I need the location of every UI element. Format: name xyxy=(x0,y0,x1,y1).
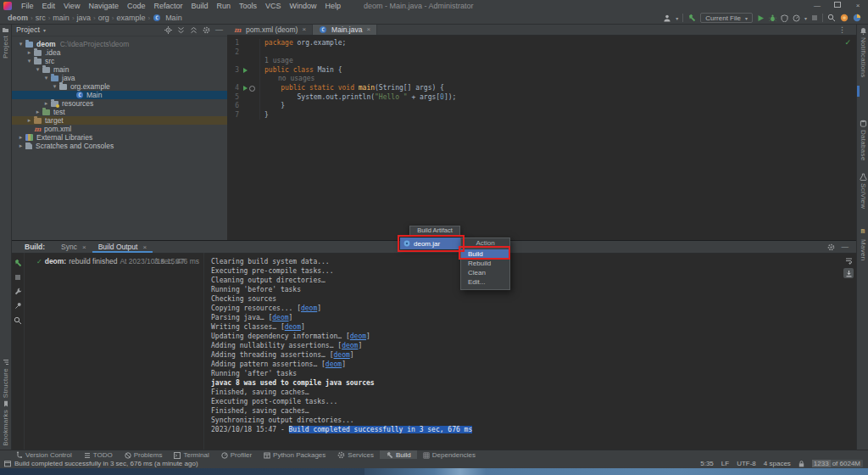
build-project-button[interactable] xyxy=(687,14,696,22)
tree-item-pom-xml[interactable]: pom.xml xyxy=(12,125,227,133)
tree-item-main[interactable]: ▾main xyxy=(12,65,227,74)
profiler-button[interactable] xyxy=(793,14,800,22)
tree-item-external-libraries[interactable]: ▸External Libraries xyxy=(12,133,227,142)
menu-build[interactable]: Build xyxy=(186,2,212,10)
breadcrumb-item-src[interactable]: src xyxy=(33,14,48,22)
stop-button[interactable] xyxy=(811,14,818,21)
chevron-down-icon[interactable]: ▾ xyxy=(25,57,33,65)
breadcrumb-item-example[interactable]: example xyxy=(114,14,147,22)
breadcrumb-item-deom[interactable]: deom xyxy=(5,14,31,22)
locate-file-icon[interactable] xyxy=(164,26,172,34)
close-tab-icon[interactable]: × xyxy=(302,25,306,33)
close-tab-icon[interactable]: × xyxy=(142,243,147,251)
menu-refactor[interactable]: Refactor xyxy=(149,2,186,10)
breadcrumb-item-main[interactable]: Main xyxy=(150,14,185,22)
chevron-down-icon[interactable]: ▾ xyxy=(43,27,46,33)
editor-options-icon[interactable]: ⋮ xyxy=(838,25,846,34)
minimize-button[interactable]: — xyxy=(807,0,827,12)
close-tab-icon[interactable]: × xyxy=(82,243,86,251)
menu-code[interactable]: Code xyxy=(123,2,150,10)
build-console[interactable]: Clearing build system data...Executing p… xyxy=(204,253,856,450)
action-menu-item-clean[interactable]: Clean xyxy=(461,268,509,277)
menu-run[interactable]: Run xyxy=(212,2,235,10)
gear-icon[interactable] xyxy=(203,26,210,34)
profile-avatar[interactable] xyxy=(853,14,861,22)
console-module-link[interactable]: deom xyxy=(285,323,301,331)
menu-tools[interactable]: Tools xyxy=(235,2,261,10)
close-button[interactable]: × xyxy=(848,0,868,12)
maximize-button[interactable] xyxy=(827,0,848,12)
chevron-right-icon[interactable]: ▸ xyxy=(34,108,42,116)
status-message[interactable]: Build completed successfully in 3 sec, 6… xyxy=(14,460,198,467)
user-icon[interactable] xyxy=(663,14,671,22)
editor-tab-pom-xml-deom[interactable]: pom.xml (deom)× xyxy=(227,24,313,35)
menu-navigate[interactable]: Navigate xyxy=(84,2,123,10)
tree-item-resources[interactable]: ▸resources xyxy=(12,99,227,108)
collapse-all-icon[interactable] xyxy=(190,26,198,34)
toolwindow-stripe-button-structure[interactable]: Structure xyxy=(2,359,9,398)
toolwindow-stripe-button-bookmarks[interactable]: Bookmarks xyxy=(2,400,9,446)
inspect-icon[interactable] xyxy=(14,316,22,325)
menu-view[interactable]: View xyxy=(59,2,84,10)
expand-all-icon[interactable] xyxy=(177,26,185,34)
console-module-link[interactable]: deom xyxy=(326,360,342,368)
soft-wrap-icon[interactable] xyxy=(843,255,854,265)
chevron-right-icon[interactable]: ▸ xyxy=(17,142,25,150)
inspections-ok-icon[interactable]: ✓ xyxy=(844,38,851,47)
tree-item-idea[interactable]: ▸.idea xyxy=(12,48,227,57)
action-menu-item-rebuild[interactable]: Rebuild xyxy=(461,259,509,268)
hide-panel-button[interactable]: — xyxy=(215,25,223,34)
console-module-link[interactable]: deom xyxy=(350,332,366,340)
tree-item-main[interactable]: Main xyxy=(12,91,227,99)
scroll-to-end-icon[interactable] xyxy=(843,268,854,278)
toolwindow-stripe-button-maven[interactable]: mMaven xyxy=(857,221,868,261)
chevron-right-icon[interactable]: ▸ xyxy=(42,99,50,108)
chevron-right-icon[interactable]: ▸ xyxy=(25,116,33,125)
breadcrumb-item-main[interactable]: main xyxy=(50,14,72,22)
build-tab-build-output[interactable]: Build Output× xyxy=(92,241,153,253)
console-module-link[interactable]: deom xyxy=(272,314,288,321)
stop-build-icon[interactable] xyxy=(14,274,21,281)
settings-wrench-icon[interactable] xyxy=(14,288,22,295)
memory-indicator[interactable]: 1233 of 6024M xyxy=(812,460,863,467)
chevron-right-icon[interactable]: ▸ xyxy=(25,48,33,57)
code-area[interactable]: 1package org.example;21 usage3public cla… xyxy=(227,36,856,120)
console-module-link[interactable]: deom xyxy=(342,342,358,349)
tree-item-org-example[interactable]: ▾org.example xyxy=(12,82,227,91)
tree-item-scratches-and-consoles[interactable]: ▸Scratches and Consoles xyxy=(12,142,227,150)
run-button[interactable] xyxy=(757,14,765,22)
hide-panel-button[interactable]: — xyxy=(842,243,849,251)
run-config-select[interactable]: Current File ▾ xyxy=(700,13,753,23)
tree-item-deom[interactable]: ▾deomC:\IdeaProjects\deom xyxy=(12,40,227,48)
toolwindow-stripe-button-sciview[interactable]: SciView xyxy=(857,173,868,209)
run-icon[interactable] xyxy=(243,68,248,73)
toolwindow-stripe-button-database[interactable]: Database xyxy=(857,120,868,161)
updates-indicator-icon[interactable] xyxy=(840,14,849,22)
line-separator[interactable]: LF xyxy=(721,460,729,467)
chevron-right-icon[interactable]: ▸ xyxy=(17,133,25,142)
action-menu-item-edit[interactable]: Edit... xyxy=(461,277,509,287)
console-module-link[interactable]: deom xyxy=(334,351,350,359)
tree-item-src[interactable]: ▾src xyxy=(12,57,227,65)
lock-icon[interactable] xyxy=(798,461,804,467)
run-icon[interactable] xyxy=(243,86,248,91)
chevron-down-icon[interactable]: ▾ xyxy=(34,65,42,74)
menu-vcs[interactable]: VCS xyxy=(261,2,286,10)
menu-file[interactable]: File xyxy=(17,2,38,10)
menu-edit[interactable]: Edit xyxy=(38,2,60,10)
pin-icon[interactable] xyxy=(14,302,22,310)
breadcrumb-item-org[interactable]: org xyxy=(96,14,112,22)
chevron-down-icon[interactable]: ▾ xyxy=(17,40,25,48)
project-panel-title[interactable]: Project xyxy=(16,25,40,34)
toolwindow-stripe-button-project[interactable]: Project xyxy=(2,26,9,59)
event-log-icon[interactable] xyxy=(4,461,11,467)
console-module-link[interactable]: deom xyxy=(301,305,317,312)
chevron-down-icon[interactable]: ▾ xyxy=(42,74,50,82)
coverage-button[interactable] xyxy=(781,14,788,22)
breadcrumb-item-java[interactable]: java xyxy=(75,14,94,22)
indent-setting[interactable]: 4 spaces xyxy=(764,460,791,467)
close-tab-icon[interactable]: × xyxy=(366,25,370,33)
caret-position[interactable]: 5:35 xyxy=(700,460,714,467)
gear-icon[interactable] xyxy=(827,243,835,251)
build-tab-sync[interactable]: Sync× xyxy=(55,241,92,253)
